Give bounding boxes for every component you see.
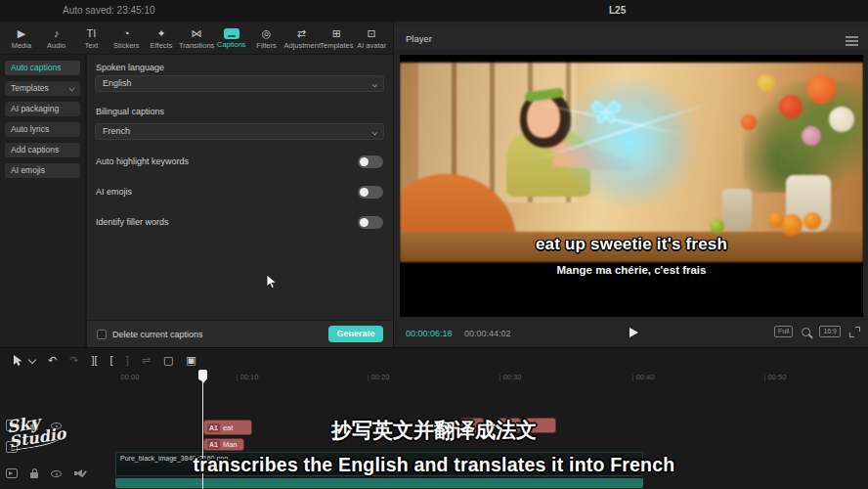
trim-right-button[interactable]: ] [126,351,129,369]
video-preview: eat up sweetie it's fresh Mange ma chéri… [400,55,863,317]
sidebar-item-auto-lyrics[interactable]: Auto lyrics [5,122,80,137]
timeline-toolbar: ↶ ↷ ][ [ ] ⇌ ▢ ▣ [0,350,868,370]
main-toolbar: ▶Media ♪Audio TIText ◔Stickers ✦Effects … [0,22,393,55]
current-timecode: 00:00:06:18 [406,329,453,338]
play-button[interactable] [629,328,638,337]
select-tool[interactable] [12,354,22,367]
sidebar-item-auto-captions[interactable]: Auto captions [5,61,80,75]
chevron-down-icon [372,82,378,88]
spoken-language-select[interactable]: English [95,75,384,92]
effects-icon: ✦ [144,26,179,40]
toolbar-ai-avatar[interactable]: ⊡AI avatar [354,26,389,50]
zoom-fit-icon[interactable] [802,328,810,336]
toolbar-media[interactable]: ▶Media [4,26,39,50]
mask-button[interactable]: ▢ [163,351,173,369]
auto-captions-panel: Spoken language English Bilingual captio… [87,55,393,347]
bilingual-captions-select[interactable]: French [95,123,384,140]
video-caption-french[interactable]: Mange ma chérie, c'est frais [400,264,863,276]
bilingual-captions-label: Bilingual captions [96,107,164,116]
ai-avatar-icon: ⊡ [354,26,389,40]
captions-sidebar: Auto captions Templates AI packaging Aut… [0,55,86,347]
ai-emojis-toggle[interactable] [358,186,383,199]
adjustment-icon: ⇄ [283,26,319,40]
delete-captions-label: Delete current captions [112,330,203,339]
video-scene [400,63,863,262]
tutorial-subtitle-english: transcribes the English and translates i… [0,454,868,476]
butterfly-hologram [589,97,623,124]
project-label: L25 [609,5,626,16]
split-button[interactable]: ][ [91,351,97,369]
player-menu-icon[interactable] [846,36,858,38]
auto-saved-status: Auto saved: 23:45:10 [63,5,155,16]
sidebar-item-add-captions[interactable]: Add captions [5,143,80,157]
title-bar: Auto saved: 23:45:10 L25 [0,0,868,22]
toolbar-audio[interactable]: ♪Audio [39,26,74,50]
stickers-icon: ◔ [108,26,144,40]
toolbar-text[interactable]: TIText [74,26,109,50]
undo-button[interactable]: ↶ [48,351,57,369]
captions-panel-footer: Delete current captions Generate [87,320,393,347]
toolbar-transitions[interactable]: ⋈Transitions [179,26,214,50]
text-icon: TI [74,26,109,40]
sidebar-item-templates[interactable]: Templates [5,81,80,96]
toolbar-templates[interactable]: ⊞Templates [319,26,354,50]
trim-left-button[interactable]: [ [110,351,113,369]
player-controls: 00:00:06:18 00:00:44:02 Full 16:9 [394,321,868,346]
tutorial-subtitle-chinese: 抄写英文并翻译成法文 [0,417,868,444]
audio-icon: ♪ [39,26,74,40]
duration-timecode: 00:00:44:02 [464,329,511,338]
auto-highlight-label: Auto highlight keywords [96,156,189,166]
toolbar-captions[interactable]: Captions [214,26,249,49]
sidebar-item-ai-packaging[interactable]: AI packaging [5,102,80,116]
captions-icon [224,28,239,39]
ai-emojis-label: AI emojis [96,187,132,197]
player-title: Player [406,33,432,44]
filters-icon: ◎ [249,26,284,40]
templates-icon: ⊞ [319,26,354,40]
fullscreen-preview-button[interactable]: Full [774,326,793,337]
aspect-ratio-button[interactable]: 16:9 [819,326,841,337]
media-icon: ▶ [4,26,39,40]
delete-captions-checkbox[interactable] [97,330,107,339]
mirror-button[interactable]: ⇌ [142,351,151,369]
player-panel: Player [393,22,868,347]
redo-button[interactable]: ↷ [69,351,78,369]
filler-words-label: Identify filler words [96,217,169,227]
chevron-down-icon [372,130,378,136]
toolbar-effects[interactable]: ✦Effects [144,26,179,50]
mouse-cursor [266,274,278,289]
toolbar-stickers[interactable]: ◔Stickers [108,26,144,50]
chevron-down-icon [69,86,75,92]
spoken-language-label: Spoken language [96,63,164,72]
toolbar-adjustment[interactable]: ⇄Adjustment [283,26,319,50]
player-header: Player [394,27,868,49]
sidebar-item-ai-emojis[interactable]: AI emojis [5,163,80,178]
generate-button[interactable]: Generate [328,326,383,342]
expand-icon[interactable] [849,327,860,337]
auto-highlight-toggle[interactable] [358,156,383,168]
audio-strip[interactable] [115,478,643,488]
capcut-editor-window: Auto saved: 23:45:10 L25 ▶Media ♪Audio T… [0,0,868,489]
select-tool-chevron-icon[interactable] [28,356,36,364]
toolbar-filters[interactable]: ◎Filters [249,26,284,50]
overlay-track-button[interactable]: ▣ [186,351,195,369]
transitions-icon: ⋈ [179,26,214,40]
video-caption-english[interactable]: eat up sweetie it's fresh [400,235,863,254]
filler-words-toggle[interactable] [358,216,383,229]
